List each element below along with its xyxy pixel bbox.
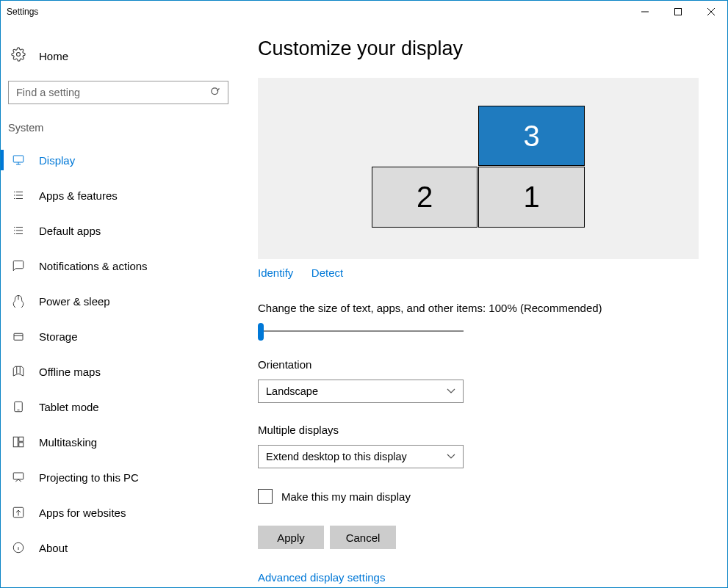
- nav-icon: [11, 540, 26, 555]
- orientation-label: Orientation: [258, 358, 696, 371]
- maximize-button[interactable]: [661, 1, 694, 23]
- svg-rect-1: [674, 9, 681, 15]
- nav-label: Tablet mode: [39, 401, 99, 413]
- orientation-select[interactable]: Landscape: [258, 380, 464, 403]
- nav-icon: [11, 258, 26, 273]
- nav-label: Apps for websites: [39, 507, 126, 519]
- nav-label: Power & sleep: [39, 295, 110, 308]
- nav-label: Storage: [39, 330, 78, 343]
- sidebar-item-projecting-to-this-pc[interactable]: Projecting to this PC: [1, 460, 236, 495]
- nav-icon: [11, 399, 26, 414]
- detect-link[interactable]: Detect: [311, 266, 343, 279]
- window-title: Settings: [7, 7, 38, 17]
- search-icon: [210, 87, 221, 101]
- nav-label: About: [39, 542, 68, 554]
- main-display-label: Make this my main display: [281, 490, 411, 503]
- close-button[interactable]: [694, 1, 727, 23]
- nav-icon: [11, 364, 26, 379]
- sidebar-item-apps-features[interactable]: Apps & features: [1, 178, 236, 213]
- sidebar-item-power-sleep[interactable]: Power & sleep: [1, 283, 236, 319]
- nav-icon: [11, 153, 26, 167]
- nav-icon: [11, 188, 26, 203]
- svg-rect-32: [13, 473, 24, 479]
- titlebar: Settings: [1, 1, 727, 23]
- home-label: Home: [39, 50, 68, 62]
- nav-label: Display: [39, 154, 75, 167]
- minimize-button[interactable]: [628, 1, 661, 23]
- advanced-link[interactable]: Advanced display settings: [258, 571, 682, 584]
- nav-label: Default apps: [39, 225, 101, 237]
- monitor-2[interactable]: 2: [372, 167, 477, 228]
- scale-label: Change the size of text, apps, and other…: [258, 302, 696, 314]
- nav-label: Projecting to this PC: [39, 471, 139, 484]
- nav-icon: [11, 505, 26, 520]
- sidebar-item-offline-maps[interactable]: Offline maps: [1, 354, 236, 389]
- sidebar-item-default-apps[interactable]: Default apps: [1, 213, 236, 248]
- nav-label: Multitasking: [39, 436, 97, 449]
- orientation-value: Landscape: [266, 385, 318, 397]
- sidebar-item-apps-for-websites[interactable]: Apps for websites: [1, 495, 236, 530]
- nav-icon: [11, 329, 26, 344]
- nav-label: Offline maps: [39, 366, 101, 378]
- multiple-displays-label: Multiple displays: [258, 424, 696, 436]
- chevron-down-icon: [447, 386, 455, 396]
- nav-icon: [11, 294, 26, 308]
- sidebar: Home System DisplayApps & featuresDefaul…: [1, 23, 236, 588]
- svg-rect-31: [19, 443, 24, 447]
- monitor-3[interactable]: 3: [478, 106, 585, 166]
- main-display-checkbox[interactable]: [258, 489, 273, 504]
- monitor-1[interactable]: 1: [478, 167, 585, 228]
- svg-rect-30: [19, 437, 24, 441]
- content: Customize your display 321 Identify Dete…: [236, 23, 727, 588]
- home-button[interactable]: Home: [1, 41, 236, 78]
- search-input[interactable]: [8, 81, 228, 104]
- sidebar-item-multitasking[interactable]: Multitasking: [1, 424, 236, 460]
- svg-point-4: [17, 53, 21, 57]
- settings-window: Settings Home System DisplayApps & featu…: [0, 0, 728, 588]
- svg-rect-29: [13, 437, 18, 447]
- sidebar-item-notifications-actions[interactable]: Notifications & actions: [1, 248, 236, 283]
- sidebar-item-tablet-mode[interactable]: Tablet mode: [1, 389, 236, 424]
- gear-icon: [11, 47, 26, 65]
- sidebar-item-display[interactable]: Display: [1, 142, 236, 178]
- cancel-button[interactable]: Cancel: [330, 526, 396, 549]
- sidebar-group-label: System: [1, 120, 236, 142]
- sidebar-item-about[interactable]: About: [1, 530, 236, 565]
- sidebar-item-storage[interactable]: Storage: [1, 319, 236, 354]
- identify-link[interactable]: Identify: [258, 266, 293, 279]
- svg-rect-23: [14, 333, 23, 340]
- nav-label: Apps & features: [39, 189, 118, 202]
- nav-icon: [11, 223, 26, 238]
- scale-slider[interactable]: [258, 323, 464, 341]
- nav-label: Notifications & actions: [39, 260, 148, 272]
- svg-rect-7: [13, 156, 24, 162]
- multiple-displays-value: Extend desktop to this display: [266, 451, 407, 462]
- nav-icon: [11, 435, 26, 449]
- nav-icon: [11, 470, 26, 484]
- multiple-displays-select[interactable]: Extend desktop to this display: [258, 445, 464, 468]
- chevron-down-icon: [447, 451, 455, 462]
- apply-button[interactable]: Apply: [258, 526, 324, 549]
- display-arrangement[interactable]: 321: [258, 78, 699, 259]
- page-title: Customize your display: [258, 37, 696, 60]
- svg-point-5: [212, 88, 218, 95]
